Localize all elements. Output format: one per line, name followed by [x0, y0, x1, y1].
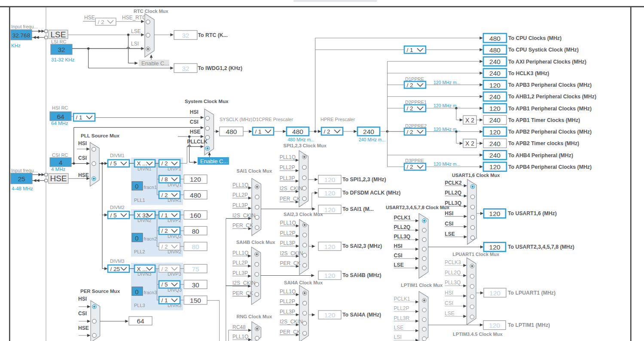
- svg-text:Enable C...: Enable C...: [141, 60, 169, 67]
- svg-text:PLL2Q: PLL2Q: [445, 270, 461, 276]
- svg-text:31-32 KHz: 31-32 KHz: [51, 57, 75, 62]
- svg-text:32: 32: [182, 65, 189, 72]
- svg-text:120: 120: [324, 243, 336, 250]
- svg-text:PLL1Q: PLL1Q: [280, 289, 296, 295]
- svg-text:/ 2: / 2: [162, 266, 168, 272]
- svg-text:To CPU Clocks (MHz): To CPU Clocks (MHz): [508, 35, 562, 41]
- svg-text:DIVQ2: DIVQ2: [168, 234, 182, 239]
- svg-text:DIVP2: DIVP2: [168, 218, 181, 223]
- svg-text:CSI: CSI: [190, 119, 198, 125]
- svg-text:4: 4: [59, 159, 63, 166]
- svg-text:I2S_CKIN: I2S_CKIN: [280, 186, 302, 192]
- svg-text:To AHB4 Peripheral (MHz): To AHB4 Peripheral (MHz): [508, 152, 573, 158]
- svg-text:480: 480: [489, 35, 501, 42]
- svg-text:SPI1,2,3 Clock Mux: SPI1,2,3 Clock Mux: [284, 143, 327, 148]
- svg-text:KHz: KHz: [11, 43, 21, 48]
- svg-text:32: 32: [58, 46, 65, 53]
- svg-text:PLL2P: PLL2P: [280, 298, 295, 304]
- svg-text:/ 2: / 2: [324, 128, 330, 135]
- svg-text:DIVN3: DIVN3: [137, 271, 151, 277]
- svg-text:To RTC (K...: To RTC (K...: [198, 32, 228, 38]
- svg-text:To AXI Peripheral Clocks (MHz): To AXI Peripheral Clocks (MHz): [508, 59, 586, 65]
- svg-text:/ 5: / 5: [110, 160, 117, 167]
- svg-text:To USART2,3,4,5,7,8 (MHz): To USART2,3,4,5,7,8 (MHz): [508, 244, 574, 250]
- svg-text:120: 120: [190, 176, 201, 183]
- svg-text:0: 0: [135, 288, 138, 295]
- svg-text:4 MHz: 4 MHz: [51, 167, 65, 172]
- svg-text:480 MHz m...: 480 MHz m...: [288, 137, 314, 142]
- svg-text:480: 480: [489, 46, 501, 54]
- svg-text:PLL1Q: PLL1Q: [280, 154, 296, 160]
- svg-text:PLL2P: PLL2P: [232, 192, 248, 198]
- svg-text:/ 2: / 2: [162, 244, 168, 250]
- svg-text:PCLK2: PCLK2: [445, 180, 462, 186]
- svg-text:To APB3 Peripheral Clocks (MHz: To APB3 Peripheral Clocks (MHz): [508, 82, 592, 88]
- svg-text:To AHB1,2 Peripheral Clocks (M: To AHB1,2 Peripheral Clocks (MHz): [508, 94, 596, 100]
- svg-text:120: 120: [324, 311, 336, 319]
- svg-text:PLL Source Mux: PLL Source Mux: [81, 133, 119, 138]
- svg-text:CSI: CSI: [78, 155, 87, 161]
- svg-text:I2S_CKIN: I2S_CKIN: [280, 319, 302, 325]
- svg-text:LSE: LSE: [394, 262, 404, 268]
- svg-text:PLL2P: PLL2P: [280, 230, 296, 236]
- svg-text:LSE: LSE: [445, 231, 455, 237]
- svg-text:DIVR2: DIVR2: [168, 249, 181, 254]
- svg-text:/ 1: / 1: [76, 114, 82, 121]
- svg-text:PLL1Q: PLL1Q: [232, 250, 248, 256]
- svg-text:/ 2: / 2: [162, 192, 168, 198]
- svg-text:To APB4 Peripheral Clocks (MHz: To APB4 Peripheral Clocks (MHz): [508, 164, 592, 170]
- svg-text:/ 1: / 1: [255, 128, 262, 135]
- svg-text:480: 480: [190, 192, 201, 199]
- svg-text:DIVP3: DIVP3: [168, 271, 181, 277]
- svg-text:D3PPRE: D3PPRE: [405, 158, 424, 163]
- svg-text:CSI RC: CSI RC: [52, 152, 68, 158]
- svg-text:120: 120: [489, 163, 501, 170]
- svg-text:PER_CK: PER_CK: [232, 290, 253, 296]
- svg-text:240: 240: [489, 70, 501, 77]
- svg-text:HSE: HSE: [50, 174, 67, 183]
- svg-text:PLL1Q: PLL1Q: [232, 334, 248, 340]
- svg-text:SYSCLK (MHz): SYSCLK (MHz): [220, 117, 252, 122]
- svg-text:To IWDG1,2 (KHz): To IWDG1,2 (KHz): [198, 65, 243, 71]
- svg-text:Enable C...: Enable C...: [200, 158, 228, 164]
- svg-text:D2PPRE1: D2PPRE1: [405, 100, 427, 105]
- svg-text:240: 240: [489, 58, 501, 65]
- svg-text:120: 120: [489, 322, 500, 329]
- svg-text:RTC Clock Mux: RTC Clock Mux: [134, 9, 169, 14]
- svg-text:120: 120: [324, 189, 336, 197]
- svg-text:PER_CK: PER_CK: [232, 222, 253, 228]
- svg-text:To APB2 Peripheral Clocks (MHz: To APB2 Peripheral Clocks (MHz): [508, 129, 592, 135]
- svg-text:PLL3P: PLL3P: [232, 202, 248, 208]
- svg-text:/ 2: / 2: [407, 82, 413, 88]
- svg-text:240 MHz m...: 240 MHz m...: [359, 137, 385, 142]
- svg-text:PLL2Q: PLL2Q: [394, 224, 411, 230]
- svg-text:HSI RC: HSI RC: [52, 105, 68, 110]
- svg-text:30: 30: [192, 281, 199, 289]
- svg-text:HSE: HSE: [84, 15, 95, 21]
- svg-text:LSI: LSI: [131, 41, 139, 47]
- svg-text:DIVP1: DIVP1: [168, 166, 181, 171]
- svg-text:HSE: HSE: [190, 129, 201, 135]
- svg-text:HSI: HSI: [78, 140, 87, 146]
- svg-text:To APB2 Timer clocks (MHz): To APB2 Timer clocks (MHz): [508, 140, 579, 146]
- svg-text:RC48: RC48: [232, 324, 246, 330]
- svg-text:150: 150: [190, 297, 201, 304]
- svg-text:PCLK1: PCLK1: [394, 215, 411, 221]
- svg-text:CSI: CSI: [78, 311, 87, 317]
- svg-text:64: 64: [57, 113, 64, 120]
- svg-text:To SPI1,2,3 (MHz): To SPI1,2,3 (MHz): [342, 177, 386, 183]
- svg-text:PLL3: PLL3: [134, 303, 145, 308]
- svg-text:System Clock Mux: System Clock Mux: [185, 99, 229, 104]
- svg-text:Input frequ...: Input frequ...: [11, 168, 38, 173]
- svg-text:HSI: HSI: [190, 109, 198, 115]
- svg-text:PCLK3: PCLK3: [445, 259, 461, 265]
- svg-text:120: 120: [324, 206, 336, 213]
- svg-text:DIVQ3: DIVQ3: [168, 287, 182, 292]
- svg-text:To DFSDM ACLK (MHz): To DFSDM ACLK (MHz): [342, 190, 400, 196]
- svg-text:CSI: CSI: [445, 221, 453, 227]
- svg-text:160: 160: [190, 212, 201, 219]
- svg-text:SAI2,3 Clock Mux: SAI2,3 Clock Mux: [284, 212, 324, 217]
- svg-text:SAI4B Clock Mux: SAI4B Clock Mux: [236, 240, 275, 245]
- svg-text:LPTIM1 Clock Mux: LPTIM1 Clock Mux: [401, 283, 443, 288]
- svg-text:PER_CK: PER_CK: [280, 196, 300, 202]
